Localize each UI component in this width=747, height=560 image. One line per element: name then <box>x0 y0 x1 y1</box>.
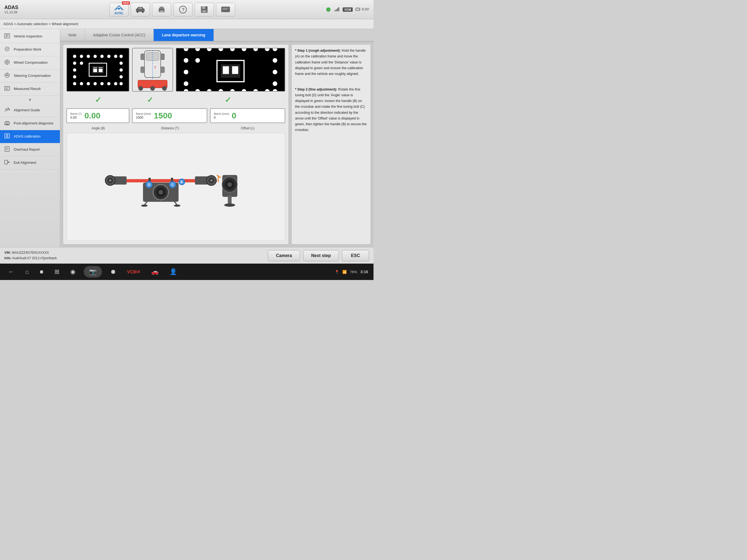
svg-point-8 <box>163 9 164 10</box>
svg-point-69 <box>120 75 123 78</box>
sidebar-item-alignment-guide[interactable]: Alignment Guide <box>0 104 60 117</box>
angle-measurement-box: Norm (°) 0.00 0.00 <box>67 108 129 123</box>
preparation-work-icon <box>3 46 11 53</box>
help-button[interactable]: ? <box>173 3 192 17</box>
overhaul-report-icon <box>3 146 11 153</box>
car-check-icon[interactable]: 🚗 <box>149 266 161 277</box>
svg-point-108 <box>195 58 200 63</box>
sidebar-label-exit-alignment: Exit Alignment <box>14 160 36 165</box>
split-view-icon[interactable]: ⊞ <box>52 266 62 277</box>
sidebar-item-overhaul-report[interactable]: Overhaul Report <box>0 143 60 156</box>
vehicle-button[interactable] <box>131 3 150 17</box>
back-icon[interactable]: ← <box>5 266 17 277</box>
sidebar-item-vehicle-inspection[interactable]: Vehicle Inspection <box>0 30 60 43</box>
angle-norm-label: Norm (°) <box>70 112 82 116</box>
camera-capture-icon[interactable]: 📷 <box>84 266 102 278</box>
scroll-indicator: ▾ <box>0 96 60 104</box>
sidebar-item-steering-compensation[interactable]: Steering Compensation <box>0 70 60 82</box>
location-icon: 📍 <box>335 270 339 274</box>
svg-text:C: C <box>172 183 174 187</box>
person-icon[interactable]: 👤 <box>167 266 180 277</box>
svg-rect-83 <box>99 68 103 69</box>
esc-button[interactable]: ESC <box>342 250 369 261</box>
adas-equipment-illustration: D C B <box>67 133 285 241</box>
sidebar-item-adas-calibration[interactable]: ADAS calibration <box>0 130 60 143</box>
svg-rect-7 <box>160 10 164 12</box>
stop-icon[interactable]: ■ <box>37 266 46 277</box>
info-label: Info: <box>4 256 11 260</box>
tab-note[interactable]: Note <box>60 29 85 41</box>
svg-point-68 <box>73 75 76 78</box>
taskbar: ← ⌂ ■ ⊞ ◉ 📷 ⏺ VCM✕ 🚗 👤 📍 📶 76% 3:16 <box>0 263 374 280</box>
svg-point-70 <box>73 82 76 85</box>
svg-point-145 <box>174 205 180 207</box>
camera-view-left <box>67 48 129 92</box>
sidebar-item-post-alignment[interactable]: Post-alignment diagnosis <box>0 117 60 130</box>
sidebar-item-preparation-work[interactable]: Preparation Work <box>0 43 60 56</box>
autel-home-button[interactable]: AUTEL NEW <box>109 3 129 17</box>
svg-point-111 <box>273 70 277 74</box>
angle-check: ✓ <box>67 96 129 104</box>
sidebar-item-measured-result[interactable]: Measured Result <box>0 82 60 96</box>
camera-button[interactable]: Camera <box>268 250 300 261</box>
svg-rect-90 <box>161 67 164 73</box>
svg-text:?: ? <box>182 7 185 12</box>
tab-acc[interactable]: Adaptive Cruise Control (ACC) <box>85 29 154 41</box>
offset-label: Offset (L) <box>210 126 285 130</box>
svg-rect-87 <box>141 54 145 60</box>
app-version: V1.10.08 <box>4 10 18 14</box>
chrome-icon[interactable]: ◉ <box>68 266 78 277</box>
svg-point-73 <box>94 82 97 85</box>
svg-text:B: B <box>180 180 183 184</box>
svg-point-3 <box>142 11 144 12</box>
print-button[interactable] <box>152 3 171 17</box>
adas-calibration-icon <box>3 133 11 140</box>
svg-point-60 <box>107 55 110 58</box>
measurement-labels: Angle (θ) Distance (T) Offset (L) <box>67 126 285 130</box>
next-step-button[interactable]: Next step <box>303 250 339 261</box>
svg-point-107 <box>184 58 188 63</box>
svg-point-59 <box>100 55 104 58</box>
action-buttons: Camera Next step ESC <box>268 250 369 261</box>
step2-section: * Step 2 (fine adjustment): Rotate the f… <box>295 87 367 133</box>
distance-check: ✓ <box>129 96 170 104</box>
vin-value: WAUZZZ4G7EN1XXXXX <box>12 251 49 255</box>
taskbar-right: 📍 📶 76% 3:16 <box>335 270 368 274</box>
vin-label: VIN: <box>4 251 11 255</box>
main-layout: Vehicle Inspection Preparation Work Whee… <box>0 29 374 247</box>
step2-body: Rotate the fine tuning bolt (D) until th… <box>295 87 367 132</box>
camera-view-right <box>176 48 285 92</box>
message-button[interactable] <box>216 3 235 17</box>
app-title: ADAS <box>4 5 18 11</box>
svg-rect-89 <box>141 67 145 73</box>
distance-measurement-box: Norm (mm) 1500 1500 <box>132 108 207 123</box>
vehicle-inspection-icon <box>3 33 11 40</box>
save-button[interactable] <box>195 3 214 17</box>
sidebar-label-steering-compensation: Steering Compensation <box>14 74 51 78</box>
tab-lane-departure[interactable]: Lane departure warning <box>154 29 214 41</box>
svg-point-113 <box>273 81 277 86</box>
svg-rect-14 <box>203 10 206 12</box>
svg-point-72 <box>87 82 90 85</box>
svg-marker-158 <box>217 180 219 183</box>
autel-logo: AUTEL <box>113 4 124 15</box>
sidebar-label-post-alignment: Post-alignment diagnosis <box>14 121 53 126</box>
connection-indicator <box>326 7 331 12</box>
svg-point-55 <box>73 55 76 58</box>
vin-info: VIN: WAUZZZ4G7EN1XXXXX Info: Audi/Audi A… <box>4 250 57 261</box>
svg-point-56 <box>80 55 83 58</box>
sidebar-item-wheel-compensation[interactable]: Wheel Compensation <box>0 56 60 70</box>
instruction-panel: * Step 1 (rough adjustment): Hold the ha… <box>291 44 371 245</box>
home-icon[interactable]: ⌂ <box>22 266 31 277</box>
vcm-taskbar-icon[interactable]: VCM✕ <box>124 268 143 276</box>
step1-section: * Step 1 (rough adjustment): Hold the ha… <box>295 48 367 77</box>
svg-point-0 <box>118 8 120 9</box>
svg-point-77 <box>120 82 123 85</box>
offset-check: ✓ <box>225 96 231 104</box>
breadcrumb-bar: ADAS > Automatic selection > Wheel align… <box>0 19 374 29</box>
offset-measurement-box: Norm (mm) 0 0 <box>210 108 285 123</box>
svg-point-110 <box>184 70 188 74</box>
sidebar-item-exit-alignment[interactable]: Exit Alignment <box>0 156 60 170</box>
svg-point-71 <box>80 82 83 85</box>
screen-record-icon[interactable]: ⏺ <box>107 266 119 277</box>
